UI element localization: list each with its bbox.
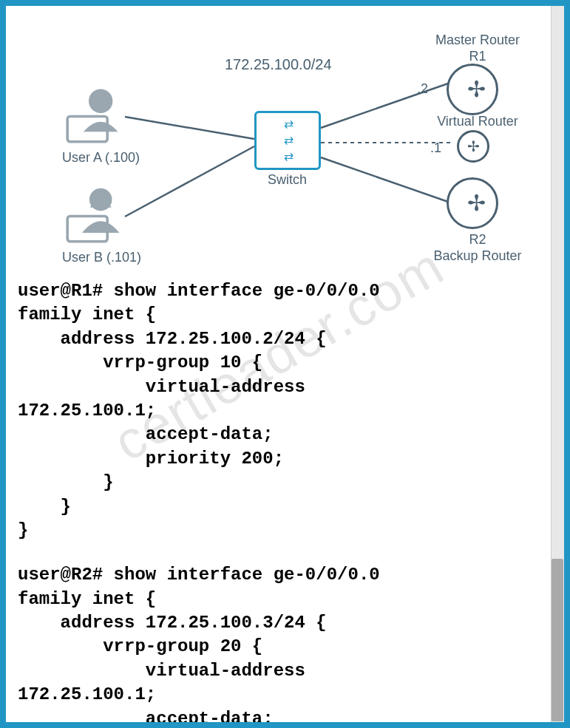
user-b-label: User B (.101) (62, 250, 141, 265)
user-a-label: User A (.100) (62, 150, 140, 166)
switch-arrow-icon: ⇄ (284, 135, 292, 146)
svg-line-0 (125, 117, 254, 139)
svg-point-6 (89, 89, 112, 113)
switch-arrow-icon: ⇄ (284, 151, 292, 163)
user-a-icon (62, 80, 129, 146)
scroll-area: 172.25.100.0/24 User A (.100) (6, 6, 552, 722)
r2-name-label: R2 (426, 232, 529, 248)
svg-line-4 (321, 157, 448, 202)
router-r1-icon: ✢ (447, 64, 498, 115)
scrollbar-thumb[interactable] (552, 559, 563, 721)
network-cidr-label: 172.25.100.0/24 (225, 56, 332, 73)
r2-role-label: Backup Router (426, 248, 529, 264)
router-arrows-icon: ✢ (467, 137, 480, 155)
switch-icon: ⇄ ⇄ ⇄ (254, 111, 321, 170)
router-r2-icon: ✢ (447, 177, 498, 229)
link-virtual-addr: .1 (430, 140, 441, 156)
virtual-router-icon: ✢ (457, 130, 489, 163)
svg-line-1 (125, 146, 254, 217)
r1-config-output: user@R1# show interface ge-0/0/0.0 famil… (18, 279, 540, 542)
r1-role-label: Master Router (426, 33, 529, 48)
switch-arrow-icon: ⇄ (284, 118, 292, 130)
virtual-router-label: Virtual Router (426, 114, 529, 129)
switch-label: Switch (268, 172, 307, 188)
link-r1-addr: .2 (417, 81, 428, 97)
r2-config-output: user@R2# show interface ge-0/0/0.0 famil… (18, 563, 540, 724)
scrollbar-track[interactable] (551, 6, 564, 722)
user-b-icon (62, 180, 129, 246)
network-diagram: 172.25.100.0/24 User A (.100) (18, 21, 540, 287)
r1-name-label: R1 (426, 49, 529, 64)
content-frame: 172.25.100.0/24 User A (.100) (4, 4, 566, 724)
window-frame: 172.25.100.0/24 User A (.100) (0, 0, 570, 728)
